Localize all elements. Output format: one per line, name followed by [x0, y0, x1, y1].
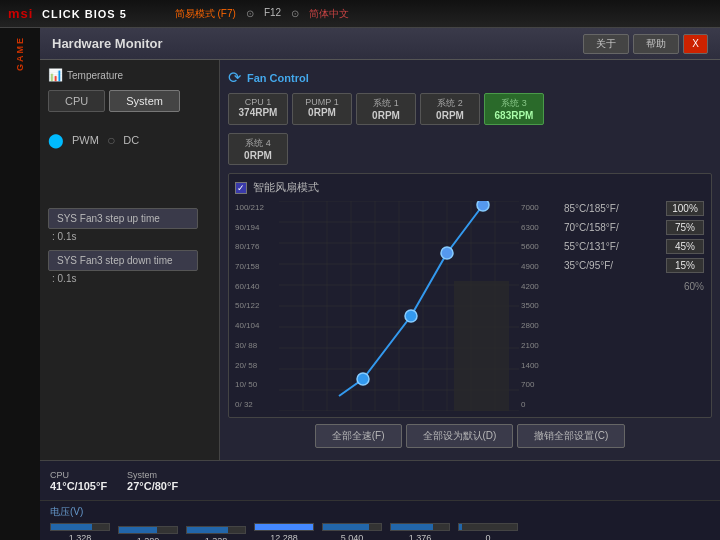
step-up-button[interactable]: SYS Fan3 step up time [48, 208, 198, 229]
nav-item-f12[interactable]: F12 [256, 5, 289, 23]
pct-input-3[interactable] [666, 258, 704, 273]
curve-point-3[interactable] [441, 247, 453, 259]
voltage-cpu-core: 1.328 CPU核心 [50, 523, 110, 540]
temp-row-0: 85°C/185°F/ [564, 201, 704, 216]
y-label-0: 100/212 [235, 203, 277, 212]
voltage-igpu: 0 内部GPU [458, 523, 518, 540]
y-label-4: 60/140 [235, 282, 277, 291]
voltage-cpu-sa: 1.328 CPU SA [186, 526, 246, 540]
voltage-val-1: 1.280 [137, 536, 160, 540]
y-label-7: 30/ 88 [235, 341, 277, 350]
rpm-label-7: 2100 [521, 341, 556, 350]
pwm-label: PWM [72, 134, 99, 146]
msi-logo: msi CLICK BIOS 5 [8, 6, 127, 21]
cpu-button[interactable]: CPU [48, 90, 105, 112]
top-bar: msi CLICK BIOS 5 简易模式 (F7) ⊙ F12 ⊙ 简体中文 [0, 0, 720, 28]
voltage-val-4: 5.040 [341, 533, 364, 540]
temp-row-2: 55°C/131°F/ [564, 239, 704, 254]
nav-item-easy-mode[interactable]: 简易模式 (F7) [167, 5, 244, 23]
fan-sys3[interactable]: 系统 3 683RPM [484, 93, 544, 125]
fan-sys2[interactable]: 系统 2 0RPM [420, 93, 480, 125]
system-button[interactable]: System [109, 90, 180, 112]
chart-with-axes: 100/212 90/194 80/176 70/158 60/140 50/1… [235, 201, 556, 411]
chart-container: 100/212 90/194 80/176 70/158 60/140 50/1… [235, 201, 705, 411]
readonly-pct: 60% [564, 281, 704, 292]
left-panel: 📊 Temperature CPU System ⬤ PWM ○ DC SYS … [40, 60, 220, 460]
curve-point-4[interactable] [477, 201, 489, 211]
set-default-button[interactable]: 全部设为默认(D) [406, 424, 514, 448]
radio-unselected-icon: ○ [107, 132, 115, 148]
rpm-label-1: 6300 [521, 223, 556, 232]
cpu-status-label: CPU [50, 470, 107, 480]
rpm-label-6: 2800 [521, 321, 556, 330]
step-down-button[interactable]: SYS Fan3 step down time [48, 250, 198, 271]
rpm-label-4: 4200 [521, 282, 556, 291]
full-speed-button[interactable]: 全部全速(F) [315, 424, 402, 448]
main-content: Hardware Monitor 关于 帮助 X 📊 Temperature C… [40, 28, 720, 540]
smart-fan-section: ✓ 智能风扇模式 100/212 90/194 80/176 70/158 60… [228, 173, 712, 418]
rpm-label-3: 4900 [521, 262, 556, 271]
voltage-title: 电压(V) [50, 505, 710, 519]
cpu-sys-toggle: CPU System [48, 90, 211, 112]
sys-status-value: 27°C/80°F [127, 480, 178, 492]
y-label-6: 40/104 [235, 321, 277, 330]
fan-rpm-row2: 系统 4 0RPM [228, 133, 712, 165]
rpm-label-10: 0 [521, 400, 556, 409]
voltage-val-6: 0 [485, 533, 490, 540]
voltage-sys5v: 5.040 系统/5V [322, 523, 382, 540]
fan-sys4[interactable]: 系统 4 0RPM [228, 133, 288, 165]
rpm-label-5: 3500 [521, 301, 556, 310]
help-button[interactable]: 帮助 [633, 34, 679, 54]
voltage-section: 电压(V) 1.328 CPU核心 1.280 CPU I/O 1 [40, 500, 720, 540]
voltage-cpu-io: 1.280 CPU I/O [118, 526, 178, 540]
curve-point-1[interactable] [357, 373, 369, 385]
voltage-val-5: 1.376 [409, 533, 432, 540]
voltage-sys12v: 12.288 系统/12V [254, 523, 314, 540]
y-label-9: 10/ 50 [235, 380, 277, 389]
fan-cpu1[interactable]: CPU 1 374RPM [228, 93, 288, 125]
title-buttons: 关于 帮助 X [583, 34, 708, 54]
voltage-val-3: 12.288 [270, 533, 298, 540]
rpm-label-0: 7000 [521, 203, 556, 212]
temp-row-3: 35°C/95°F/ [564, 258, 704, 273]
voltage-bars: 1.328 CPU核心 1.280 CPU I/O 1.328 CPU SA [50, 523, 710, 540]
thermometer-icon: 📊 [48, 68, 63, 82]
about-button[interactable]: 关于 [583, 34, 629, 54]
pct-input-1[interactable] [666, 220, 704, 235]
action-buttons: 全部全速(F) 全部设为默认(D) 撤销全部设置(C) [228, 424, 712, 448]
pct-input-2[interactable] [666, 239, 704, 254]
y-label-3: 70/158 [235, 262, 277, 271]
pct-input-0[interactable] [666, 201, 704, 216]
fan-pump1[interactable]: PUMP 1 0RPM [292, 93, 352, 125]
status-bar: CPU 41°C/105°F System 27°C/80°F [40, 460, 720, 500]
y-label-2: 80/176 [235, 242, 277, 251]
temp-label-0: 85°C/185°F/ [564, 203, 619, 214]
dc-label: DC [123, 134, 139, 146]
status-system: System 27°C/80°F [127, 470, 178, 492]
status-cpu: CPU 41°C/105°F [50, 470, 107, 492]
voltage-memory: 1.376 内存 [390, 523, 450, 540]
radio-selected-icon: ⬤ [48, 132, 64, 148]
smart-fan-checkbox[interactable]: ✓ [235, 182, 247, 194]
nav-item-lang[interactable]: 简体中文 [301, 5, 357, 23]
y-label-5: 50/122 [235, 301, 277, 310]
undo-all-button[interactable]: 撤销全部设置(C) [517, 424, 625, 448]
cpu-status-value: 41°C/105°F [50, 480, 107, 492]
temp-label-1: 70°C/158°F/ [564, 222, 619, 233]
temp-label-2: 55°C/131°F/ [564, 241, 619, 252]
game-label: GAME [15, 36, 25, 71]
rpm-label-2: 5600 [521, 242, 556, 251]
y-label-10: 0/ 32 [235, 400, 277, 409]
y-label-1: 90/194 [235, 223, 277, 232]
y-label-8: 20/ 58 [235, 361, 277, 370]
temp-label-3: 35°C/95°F/ [564, 260, 613, 271]
game-sidebar: GAME [0, 28, 40, 540]
y-axis-labels: 100/212 90/194 80/176 70/158 60/140 50/1… [235, 201, 277, 411]
svg-rect-20 [454, 281, 509, 411]
fan-sys1[interactable]: 系统 1 0RPM [356, 93, 416, 125]
curve-point-2[interactable] [405, 310, 417, 322]
fan-curve-chart[interactable]: ℃ (°C) ℉ (°F) ⟳ (RPM) [279, 201, 519, 411]
close-button[interactable]: X [683, 34, 708, 54]
title-bar: Hardware Monitor 关于 帮助 X [40, 28, 720, 60]
panel-area: 📊 Temperature CPU System ⬤ PWM ○ DC SYS … [40, 60, 720, 460]
